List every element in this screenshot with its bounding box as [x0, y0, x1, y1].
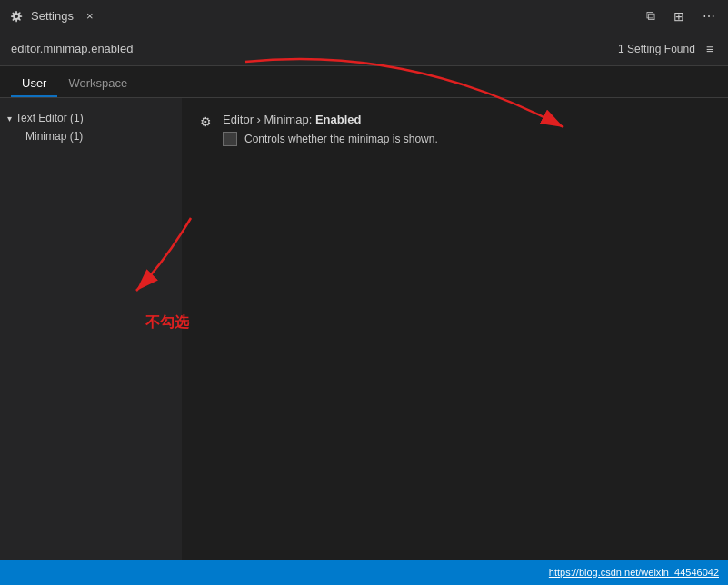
search-info: 1 Setting Found ≡ — [618, 40, 717, 58]
title-bar-title: Settings — [31, 9, 74, 23]
setting-body: Editor › Minimap: Enabled Controls wheth… — [223, 113, 710, 150]
title-bar-actions: ⧉ ⊞ ⋯ — [643, 6, 719, 25]
main-content: ▾ Text Editor (1) Minimap (1) ⚙ Editor ›… — [0, 98, 728, 560]
title-bar: Settings × ⧉ ⊞ ⋯ — [0, 0, 728, 32]
minimap-enabled-checkbox[interactable] — [223, 132, 237, 146]
search-bar: 1 Setting Found ≡ — [0, 32, 728, 66]
settings-icon — [9, 9, 24, 24]
tab-workspace[interactable]: Workspace — [57, 71, 138, 97]
filter-icon[interactable]: ≡ — [703, 40, 717, 58]
setting-item-minimap-enabled: ⚙ Editor › Minimap: Enabled Controls whe… — [200, 113, 710, 150]
sidebar-item-minimap[interactable]: Minimap (1) — [0, 127, 182, 145]
setting-control: Controls whether the minimap is shown. — [223, 132, 710, 146]
close-tab-button[interactable]: × — [81, 7, 99, 25]
sidebar-group-text-editor: ▾ Text Editor (1) Minimap (1) — [0, 105, 182, 149]
search-input[interactable] — [11, 42, 618, 55]
status-bar: https://blog.csdn.net/weixin_44546042 — [0, 560, 728, 585]
settings-found-count: 1 Setting Found — [618, 43, 695, 55]
setting-title: Editor › Minimap: Enabled — [223, 113, 710, 126]
tab-user[interactable]: User — [11, 71, 57, 97]
split-editor-button[interactable]: ⊞ — [670, 7, 688, 25]
more-actions-button[interactable]: ⋯ — [699, 7, 719, 25]
open-settings-button[interactable]: ⧉ — [643, 6, 659, 25]
sidebar: ▾ Text Editor (1) Minimap (1) — [0, 98, 182, 560]
setting-description: Controls whether the minimap is shown. — [244, 133, 438, 145]
title-bar-left: Settings × — [9, 7, 99, 25]
sidebar-group-header-text-editor[interactable]: ▾ Text Editor (1) — [0, 109, 182, 127]
status-link[interactable]: https://blog.csdn.net/weixin_44546042 — [549, 567, 719, 578]
chevron-down-icon: ▾ — [7, 114, 12, 124]
tabs-bar: User Workspace — [0, 66, 728, 98]
settings-content: ⚙ Editor › Minimap: Enabled Controls whe… — [182, 98, 728, 560]
setting-gear-icon[interactable]: ⚙ — [200, 114, 212, 150]
